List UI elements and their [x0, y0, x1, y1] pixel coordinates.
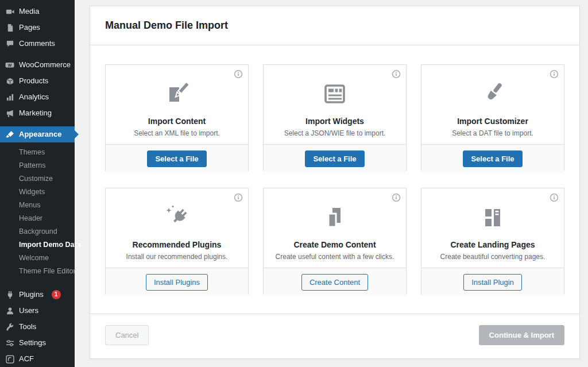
- card-description: Install our recommended plugins.: [114, 253, 240, 261]
- sidebar-item-label: Comments: [19, 39, 55, 48]
- card-body: Create Landing Pages Create beautiful co…: [421, 188, 564, 268]
- plugins-update-badge: 1: [52, 290, 61, 299]
- panel-header: Manual Demo File Import: [90, 6, 579, 45]
- select-file-button[interactable]: Select a File: [147, 150, 206, 167]
- card-title: Import Widgets: [272, 117, 398, 126]
- sidebar-item-woocommerce[interactable]: W WooCommerce: [0, 57, 75, 73]
- page-title: Manual Demo File Import: [105, 20, 564, 32]
- info-icon[interactable]: [392, 69, 401, 79]
- card-footer: Select a File: [264, 144, 406, 173]
- continue-import-button[interactable]: Continue & Import: [479, 325, 564, 345]
- card-description: Select a JSON/WIE file to import.: [272, 129, 398, 137]
- sidebar-item-pages[interactable]: Pages: [0, 20, 75, 36]
- card-description: Select an XML file to import.: [114, 129, 240, 137]
- submenu-item-import-demo-data[interactable]: Import Demo Data: [0, 238, 75, 252]
- card-create-landing-pages: Create Landing Pages Create beautiful co…: [421, 188, 564, 295]
- menu-separator: [0, 121, 75, 126]
- sidebar-item-products[interactable]: Products: [0, 73, 75, 89]
- demo-import-panel: Manual Demo File Import Import Content S…: [90, 6, 580, 359]
- card-recommended-plugins: Recommended Plugins Install our recommen…: [105, 188, 249, 295]
- card-footer: Create Content: [264, 268, 406, 296]
- sidebar-item-acf[interactable]: ACF: [0, 351, 75, 367]
- card-footer: Select a File: [106, 144, 248, 173]
- svg-text:W: W: [8, 63, 12, 67]
- info-icon[interactable]: [234, 193, 243, 202]
- sidebar-item-comments[interactable]: Comments: [0, 36, 75, 52]
- sidebar-item-plugins[interactable]: Plugins 1: [0, 287, 75, 303]
- sidebar-item-label: Analytics: [19, 92, 49, 102]
- tools-icon: [5, 322, 14, 331]
- layout-blocks-icon: [430, 200, 556, 235]
- card-body: Create Demo Content Create useful conten…: [264, 188, 406, 268]
- main-content: Manual Demo File Import Import Content S…: [75, 0, 588, 367]
- submenu-item-menus[interactable]: Menus: [0, 199, 75, 212]
- submenu-item-patterns[interactable]: Patterns: [0, 159, 75, 172]
- sidebar-item-appearance[interactable]: Appearance: [0, 126, 75, 142]
- users-icon: [5, 306, 14, 315]
- marketing-icon: [5, 109, 14, 118]
- submenu-item-customize[interactable]: Customize: [0, 172, 75, 186]
- admin-menu: Media Pages Comments W WooCommerce: [0, 3, 75, 367]
- panel-footer: Cancel Continue & Import: [90, 314, 579, 360]
- select-file-button[interactable]: Select a File: [305, 150, 364, 167]
- card-description: Create beautiful converting pages.: [430, 253, 556, 261]
- create-content-button[interactable]: Create Content: [301, 274, 368, 291]
- card-description: Create useful content with a few clicks.: [272, 253, 398, 261]
- info-icon[interactable]: [550, 69, 559, 79]
- woocommerce-icon: W: [5, 60, 14, 69]
- submenu-item-background[interactable]: Background: [0, 225, 75, 238]
- plugins-icon: [5, 290, 14, 299]
- sidebar-item-label: Users: [19, 306, 38, 315]
- card-title: Create Demo Content: [272, 240, 398, 249]
- sidebar-item-label: Tools: [19, 322, 36, 331]
- card-body: Import Widgets Select a JSON/WIE file to…: [264, 65, 406, 144]
- widgets-table-icon: [272, 76, 398, 112]
- sidebar-item-label: Plugins: [19, 290, 44, 299]
- info-icon[interactable]: [392, 193, 401, 202]
- card-title: Create Landing Pages: [430, 240, 556, 249]
- appearance-icon: [5, 130, 14, 139]
- install-plugin-button[interactable]: Install Plugin: [463, 274, 522, 291]
- menu-separator: [0, 52, 75, 57]
- submenu-item-welcome[interactable]: Welcome: [0, 252, 75, 265]
- admin-sidebar: Media Pages Comments W WooCommerce: [0, 0, 75, 367]
- sidebar-item-label: Settings: [19, 338, 46, 347]
- submenu-item-themes[interactable]: Themes: [0, 146, 75, 159]
- menu-separator: [0, 281, 75, 287]
- sidebar-item-label: ACF: [19, 354, 34, 364]
- pages-icon: [5, 23, 14, 32]
- sidebar-item-label: Marketing: [19, 109, 52, 118]
- sidebar-item-label: Media: [19, 7, 39, 16]
- select-file-button[interactable]: Select a File: [463, 150, 522, 167]
- info-icon[interactable]: [550, 193, 559, 202]
- pages-stack-icon: [272, 200, 398, 235]
- card-footer: Install Plugin: [421, 268, 564, 296]
- card-title: Import Content: [114, 117, 240, 126]
- submenu-item-header[interactable]: Header: [0, 212, 75, 225]
- sidebar-item-marketing[interactable]: Marketing: [0, 105, 75, 121]
- media-icon: [5, 7, 14, 16]
- appearance-submenu: Themes Patterns Customize Widgets Menus …: [0, 142, 75, 281]
- cards-grid: Import Content Select an XML file to imp…: [90, 45, 579, 314]
- info-icon[interactable]: [234, 69, 243, 79]
- sidebar-item-users[interactable]: Users: [0, 303, 75, 319]
- install-plugins-button[interactable]: Install Plugins: [146, 274, 208, 291]
- card-title: Recommended Plugins: [114, 240, 240, 249]
- sidebar-item-label: Pages: [19, 23, 40, 32]
- settings-icon: [5, 338, 14, 347]
- sidebar-item-tools[interactable]: Tools: [0, 319, 75, 335]
- submenu-item-widgets[interactable]: Widgets: [0, 186, 75, 199]
- cancel-button[interactable]: Cancel: [105, 325, 149, 345]
- card-create-demo-content: Create Demo Content Create useful conten…: [263, 188, 407, 295]
- edit-document-icon: [114, 76, 240, 112]
- card-title: Import Customizer: [430, 117, 556, 126]
- submenu-item-theme-file-editor[interactable]: Theme File Editor: [0, 265, 75, 278]
- card-footer: Select a File: [421, 144, 564, 173]
- sidebar-item-analytics[interactable]: Analytics: [0, 89, 75, 105]
- card-body: Recommended Plugins Install our recommen…: [106, 188, 248, 268]
- paint-brush-icon: [430, 76, 556, 112]
- sidebar-item-media[interactable]: Media: [0, 3, 75, 20]
- card-import-customizer: Import Customizer Select a DAT file to i…: [421, 64, 564, 171]
- card-import-widgets: Import Widgets Select a JSON/WIE file to…: [263, 64, 407, 171]
- sidebar-item-settings[interactable]: Settings: [0, 335, 75, 351]
